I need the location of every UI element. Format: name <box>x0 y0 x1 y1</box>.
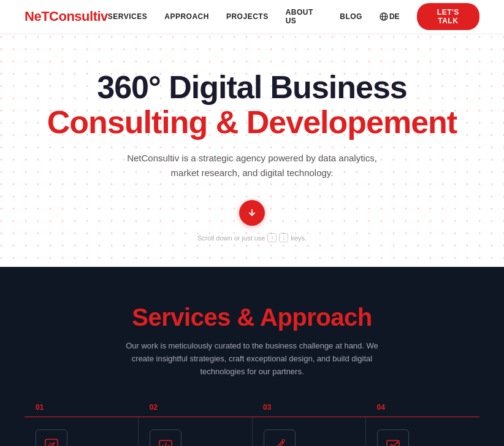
nav-approach[interactable]: APPROACH <box>164 12 209 21</box>
nav-blog[interactable]: BLOG <box>340 12 362 21</box>
svg-point-10 <box>397 441 399 443</box>
globe-icon <box>380 12 388 21</box>
main-nav: SERVICES APPROACH PROJECTS ABOUT US BLOG… <box>108 3 479 30</box>
service-strategy: Strategy Short intro text about service.… <box>25 417 139 446</box>
nav-services[interactable]: SERVICES <box>108 12 147 21</box>
nav-projects[interactable]: PROJECTS <box>226 12 269 21</box>
marketing-icon <box>384 437 402 446</box>
strategy-icon <box>43 437 60 446</box>
logo-text: NeTConsultiv <box>25 9 108 24</box>
num-01: 01 <box>25 403 139 417</box>
development-icon <box>157 437 174 446</box>
nav-about[interactable]: ABOUT US <box>286 8 323 25</box>
development-icon-wrap <box>150 429 181 446</box>
num-02: 02 <box>139 403 253 417</box>
services-numbers-row: 01 02 03 04 <box>25 403 479 417</box>
lets-talk-button[interactable]: LET'S TALK <box>417 3 479 30</box>
service-design: Design Nunc id cursus metus aliquam <box>253 417 367 446</box>
scroll-hint-text: Scroll down or just use ↑ ↓ keys. <box>197 233 307 242</box>
marketing-icon-wrap <box>377 429 409 446</box>
key-down: ↓ <box>279 233 288 242</box>
hero-subtitle: NetConsultiv is a strategic agency power… <box>123 151 381 180</box>
num-03: 03 <box>252 403 366 417</box>
services-columns: Strategy Short intro text about service.… <box>25 417 479 446</box>
lang-label: DE <box>389 12 400 21</box>
services-subtitle: Our work is meticulously curated to the … <box>117 340 387 378</box>
services-section: Services & Approach Our work is meticulo… <box>0 267 504 446</box>
design-icon <box>271 437 288 446</box>
nav-lang[interactable]: DE <box>380 12 400 21</box>
hero-section: 360° Digital Business Consulting & Devel… <box>0 33 504 267</box>
services-title: Services & Approach <box>25 304 479 331</box>
main-header: NeTConsultiv SERVICES APPROACH PROJECTS … <box>0 0 504 33</box>
svg-point-8 <box>282 439 284 442</box>
logo-t-accent: T <box>41 9 49 24</box>
design-icon-wrap <box>264 429 296 446</box>
logo[interactable]: NeTConsultiv <box>25 9 108 25</box>
service-development: Development Sit amet consectetur adipisc… <box>139 417 253 446</box>
hero-title-accent: Consulting & Developement <box>47 105 457 140</box>
service-marketing: Marketing Faucibus turpis in eu mi biben… <box>366 417 479 446</box>
hero-title-main: 360° Digital Business <box>97 70 407 105</box>
arrow-down-icon <box>247 208 257 218</box>
svg-rect-5 <box>45 439 58 446</box>
scroll-down-button[interactable] <box>239 200 265 226</box>
scroll-indicator: Scroll down or just use ↑ ↓ keys. <box>197 200 307 242</box>
key-up: ↑ <box>267 233 277 242</box>
num-04: 04 <box>366 403 480 417</box>
strategy-icon-wrap <box>36 429 67 446</box>
